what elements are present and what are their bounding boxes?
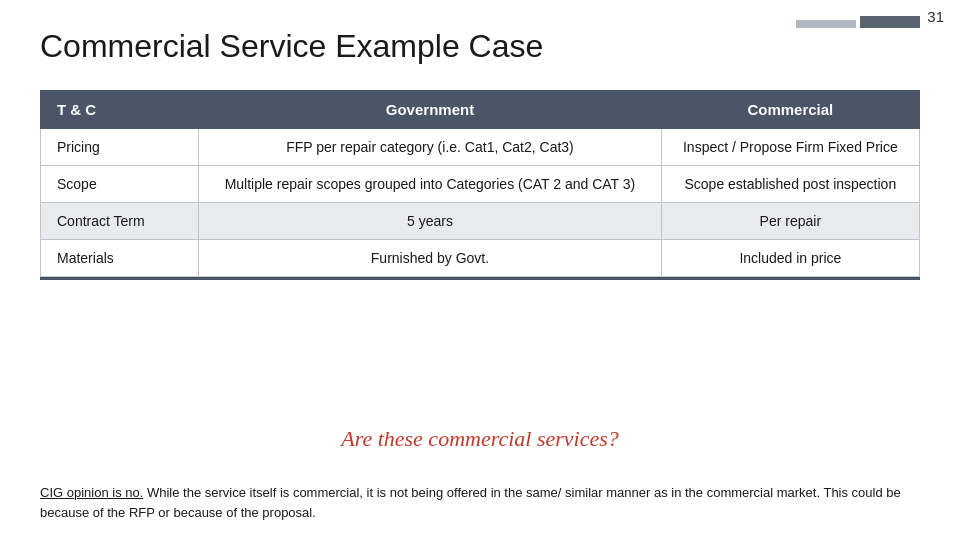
table-row: MaterialsFurnished by Govt.Included in p… [41, 240, 920, 277]
body-text-rest: While the service itself is commercial, … [40, 485, 901, 520]
col-header-tc: T & C [41, 91, 199, 129]
col-header-government: Government [199, 91, 661, 129]
deco-bar-2 [860, 16, 920, 28]
table-cell-r1-c0: Scope [41, 166, 199, 203]
table-cell-r2-c1: 5 years [199, 203, 661, 240]
table-cell-r0-c1: FFP per repair category (i.e. Cat1, Cat2… [199, 129, 661, 166]
table-cell-r2-c0: Contract Term [41, 203, 199, 240]
table-cell-r0-c2: Inspect / Propose Firm Fixed Price [661, 129, 919, 166]
table-bottom-line [40, 277, 920, 280]
table-cell-r1-c1: Multiple repair scopes grouped into Cate… [199, 166, 661, 203]
page-title: Commercial Service Example Case [40, 28, 543, 65]
deco-bar-1 [796, 20, 856, 28]
table-cell-r2-c2: Per repair [661, 203, 919, 240]
decorative-bars [796, 0, 920, 28]
body-text: CIG opinion is no. While the service its… [40, 483, 920, 522]
table-container: T & C Government Commercial PricingFFP p… [40, 90, 920, 280]
table-cell-r1-c2: Scope established post inspection [661, 166, 919, 203]
page-number: 31 [927, 8, 944, 25]
table-row: ScopeMultiple repair scopes grouped into… [41, 166, 920, 203]
question-text: Are these commercial services? [0, 426, 960, 452]
table-cell-r3-c2: Included in price [661, 240, 919, 277]
body-text-underline: CIG opinion is no. [40, 485, 143, 500]
table-row: Contract Term5 yearsPer repair [41, 203, 920, 240]
table-header-row: T & C Government Commercial [41, 91, 920, 129]
table-cell-r3-c1: Furnished by Govt. [199, 240, 661, 277]
comparison-table: T & C Government Commercial PricingFFP p… [40, 90, 920, 277]
table-cell-r0-c0: Pricing [41, 129, 199, 166]
table-cell-r3-c0: Materials [41, 240, 199, 277]
col-header-commercial: Commercial [661, 91, 919, 129]
table-row: PricingFFP per repair category (i.e. Cat… [41, 129, 920, 166]
